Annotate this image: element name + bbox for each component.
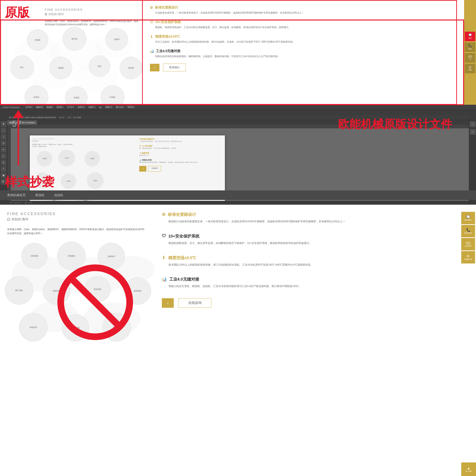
top-contact-btn[interactable]: 联系我们 bbox=[163, 64, 186, 71]
nav-item-home[interactable]: 奥德机械首页 bbox=[7, 193, 26, 197]
ps-prod-1: 模温机 bbox=[37, 151, 52, 166]
ps-tool-crop[interactable]: ⊡ bbox=[1, 140, 6, 146]
top-feature-title-text-2: 10+安全保护系统 bbox=[155, 20, 181, 24]
ps-menu-edit[interactable]: 编辑(E) bbox=[36, 106, 43, 109]
bottom-consult-area: › 在线咨询 bbox=[162, 298, 443, 308]
ps-menu-3d[interactable]: 3D bbox=[99, 106, 102, 108]
bottom-fine-title: FINE ACCESSORIES bbox=[7, 212, 56, 216]
ps-tool-brush[interactable]: ✏ bbox=[1, 153, 6, 159]
original-label: 原版 bbox=[5, 4, 30, 21]
bottom-feature-icon-3: 🌡 bbox=[162, 255, 166, 260]
bottom-feature-icon-2: 🛡 bbox=[162, 234, 166, 238]
ps-menu-bar: Adobe Photoshop 文件(F) 编辑(E) 图像(I) 图层(L) … bbox=[0, 105, 476, 110]
sidebar-feedback-btn[interactable]: 回 顶部 bbox=[465, 64, 475, 73]
bottom-feature-1: ⚙ 标准化管路设计 模温机行业标准化制度制定者，一体式标准管道设计，水温机采用S… bbox=[162, 212, 443, 224]
bottom-fine-subtitle-row: 优选进口配件 bbox=[7, 217, 56, 221]
ps-canvas-area: FINE ACCESSORIES 精选配件 采用瑞士ABB、CARLO、美国Cr… bbox=[11, 128, 469, 201]
product-circle-3: 管路件 bbox=[105, 28, 128, 51]
ps-menu-text[interactable]: 文字(T) bbox=[67, 106, 74, 109]
b-prod-4: 阀门系统 bbox=[5, 276, 33, 305]
ps-consult-area: › 在线咨询 bbox=[139, 166, 222, 171]
ps-menu-image[interactable]: 图像(I) bbox=[47, 106, 53, 109]
top-right-sidebar: 💬 联系 📞 电话 QQ 号 回 顶部 bbox=[464, 0, 476, 105]
top-feature-2: 🛡 10+安全保护系统 模温机、电加热导热油炉、工业冷水机全系标配温度、压力、液… bbox=[150, 20, 449, 29]
ps-consult-btn[interactable]: 在线咨询 bbox=[148, 166, 161, 171]
bottom-feature-desc-3: 技术团队15年以上的模温机研发经验，第三代油温机和水温机、工业冷水机系列可实现-… bbox=[162, 262, 443, 267]
bottom-sidebar-contact[interactable]: 💬 联系我们 bbox=[461, 212, 475, 224]
product-circle-2: 配件组 bbox=[63, 27, 86, 51]
top-feature-desc-2: 模温机、电加热导热油炉、工业冷水机全系标配温度、压力、液位监测，自动断电、高/低… bbox=[150, 25, 449, 29]
bottom-sidebar-qq[interactable]: QQ QQ咨询 bbox=[461, 238, 475, 250]
to-top-label: to Top bbox=[466, 470, 472, 473]
ps-tool-eyedrop[interactable]: ✒ bbox=[1, 147, 6, 153]
bottom-features: ⚙ 标准化管路设计 模温机行业标准化制度制定者，一体式标准管道设计，水温机采用S… bbox=[162, 212, 462, 308]
b-prod-8: 加热组件 bbox=[19, 313, 48, 341]
ps-menu-help[interactable]: 帮助(H) bbox=[127, 106, 135, 109]
bottom-sidebar-phone[interactable]: 📞 电话咨询 bbox=[461, 225, 475, 237]
bottom-sidebar-feedback[interactable]: ✉ 问题反馈 bbox=[461, 251, 475, 263]
ps-feature-2-title: 🛡 10+安全保护 bbox=[139, 145, 222, 147]
product-circle-1: 控制器 bbox=[27, 29, 48, 51]
ps-tool-select[interactable]: ⬚ bbox=[1, 128, 6, 133]
top-contact-arrow[interactable]: › bbox=[150, 64, 159, 71]
bottom-feature-title-1: ⚙ 标准化管路设计 bbox=[162, 212, 443, 217]
sidebar-contact-btn[interactable]: 💬 联系 bbox=[465, 32, 475, 41]
bottom-feature-title-3: 🌡 精度控温±0.5℃ bbox=[162, 255, 443, 261]
ps-feature-3: 🌡 精度控温 精度控温±0.1℃ bbox=[139, 152, 222, 156]
top-feature-icon-2: 🛡 bbox=[150, 20, 153, 24]
bottom-feature-2: 🛡 10+安全保护系统 模温机标配温度、压力、液位异常监测，自动断电和低压干燥保… bbox=[162, 234, 443, 246]
ps-menu-window[interactable]: 窗口(W) bbox=[116, 106, 124, 109]
bottom-feature-desc-4: 智能人机交互系统，模温机、油温机、工业冷水机制功能实现与工业4.0生产线无缝对接… bbox=[162, 284, 443, 289]
sidebar-phone-btn[interactable]: 📞 电话 bbox=[465, 42, 475, 52]
product-circle-7: 散热器 bbox=[120, 57, 142, 79]
to-top-btn[interactable]: ▲ to Top bbox=[461, 462, 476, 476]
ps-app-name: Adobe Photoshop bbox=[2, 106, 19, 108]
bottom-fine-header: FINE ACCESSORIES 优选进口配件 bbox=[7, 212, 56, 221]
top-feature-title-text-1: 标准化管路设计 bbox=[155, 5, 178, 10]
ps-menu-layer[interactable]: 图层(L) bbox=[57, 106, 64, 109]
ps-tool-move[interactable]: ✚ bbox=[1, 121, 6, 127]
top-features: ⚙ 标准化管路设计 行业标准化倡导者，一体式标准管道设计，水温机采用SUS304… bbox=[150, 5, 449, 58]
ps-prod-2: 冷水机 bbox=[58, 150, 75, 166]
ps-layers-icon[interactable]: ≡ bbox=[470, 121, 476, 127]
nav-item-oil[interactable]: 油温机 bbox=[54, 193, 63, 197]
ps-tool-lasso[interactable]: ⌇ bbox=[1, 134, 6, 140]
top-feature-icon-4: 📊 bbox=[150, 49, 154, 53]
bottom-consult-btn[interactable]: 在线咨询 bbox=[178, 298, 211, 308]
bottom-section: FINE ACCESSORIES 优选进口配件 采用瑞士ABB、Carlo、美国… bbox=[0, 205, 476, 476]
ps-feature-2: 🛡 10+安全保护 配、电加热导热油炉，工业冷水机全系标配温度、压力液位... bbox=[139, 145, 222, 149]
copy-label: 样式抄袭 bbox=[5, 174, 54, 190]
top-feature-title-4: 📊 工业4.0无缝对接 bbox=[150, 49, 449, 53]
bottom-arrow-btn[interactable]: › bbox=[162, 298, 174, 308]
ps-menu-select[interactable]: 选择(S) bbox=[78, 106, 85, 109]
bottom-feature-icon-1: ⚙ bbox=[162, 212, 165, 217]
bottom-feature-title-text-2: 10+安全保护系统 bbox=[168, 234, 200, 239]
ps-history-icon[interactable]: ↺ bbox=[470, 129, 476, 135]
top-feature-desc-4: 智能化温控系统定制远程通讯，物联网控制、云端监控、数据存储功能，可实现与工业4.… bbox=[150, 54, 449, 58]
bottom-sidebar: 💬 联系我们 📞 电话咨询 QQ QQ咨询 ✉ 问题反馈 bbox=[461, 212, 476, 264]
ps-prod-5: 压缩机 bbox=[61, 173, 76, 189]
bottom-feature-title-text-3: 精度控温±0.5℃ bbox=[168, 255, 196, 261]
ps-menu-view[interactable]: 视图(V) bbox=[105, 106, 112, 109]
bottom-fine-sub: 优选进口配件 bbox=[11, 217, 29, 221]
nav-item-mold[interactable]: 模温机 bbox=[35, 193, 45, 197]
top-contact-section: › 联系我们 bbox=[150, 64, 449, 71]
bullet-icon bbox=[45, 13, 47, 16]
ps-menu-filter[interactable]: 滤镜(T) bbox=[88, 106, 95, 109]
top-feature-desc-1: 行业标准化倡导者，一体式标准管道设计，水温机采用SUS304不锈钢管，油温机采用… bbox=[150, 11, 449, 15]
ps-doc-fine-sub: 精选配件 bbox=[32, 140, 80, 142]
red-arrow-container bbox=[13, 110, 24, 165]
sidebar-qq-btn[interactable]: QQ 号 bbox=[465, 53, 475, 63]
ps-coords: 0.07、-15.14 厘米 bbox=[68, 116, 81, 119]
ps-tool-text[interactable]: T bbox=[1, 166, 6, 172]
ps-feature-4: 📊 智能化对接 智能化温控系统定制远程通讯，物联网控制、云端监控、数据存储功能，… bbox=[139, 159, 222, 163]
ps-tool-clone[interactable]: ⊕ bbox=[1, 160, 6, 165]
middle-big-title: 欧能机械原版设计文件 bbox=[338, 117, 452, 132]
product-circle-4: 阀门 bbox=[10, 55, 34, 79]
ps-arrow-btn[interactable]: › bbox=[139, 166, 146, 171]
bottom-bullet bbox=[7, 218, 10, 221]
top-right-panel: ⚙ 标准化管路设计 行业标准化倡导者，一体式标准管道设计，水温机采用SUS304… bbox=[143, 0, 457, 105]
top-feature-title-text-4: 工业4.0无缝对接 bbox=[156, 49, 180, 53]
ps-menu-file[interactable]: 文件(F) bbox=[25, 106, 33, 109]
bottom-features-container: ⚙ 标准化管路设计 模温机行业标准化制度制定者，一体式标准管道设计，水温机采用S… bbox=[162, 212, 443, 289]
